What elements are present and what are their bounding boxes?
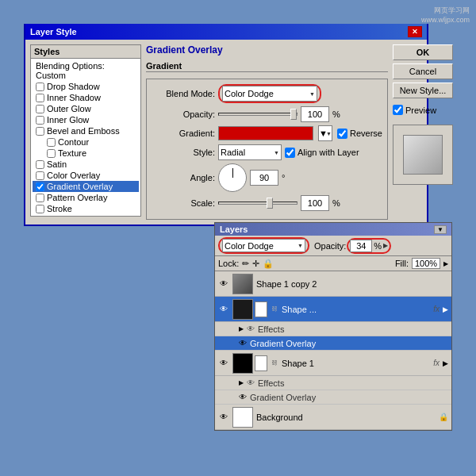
scale-slider[interactable] [218, 202, 298, 205]
ok-button[interactable]: OK [393, 44, 453, 60]
watermark: 网页学习网 www.wljpx.com [421, 6, 470, 25]
layers-blend-highlight: Color Dodge Normal Screen [218, 237, 309, 254]
contour-checkbox[interactable] [47, 138, 56, 147]
style-item-bevel-emboss[interactable]: Bevel and Emboss [33, 125, 139, 136]
layers-opacity-input[interactable] [350, 240, 372, 252]
style-item-blending-options[interactable]: Blending Options: Custom [33, 60, 139, 81]
sub-row-gradient-selected[interactable]: 👁 Gradient Overlay [215, 336, 451, 351]
opacity-row: Opacity: % [152, 106, 382, 122]
fx-icon-shape-selected: fx [433, 305, 440, 313]
layer-row-shape-selected[interactable]: 👁 ⛓ Shape ... fx ▶ [215, 297, 451, 322]
layer-mask-thumb-shape1 [255, 355, 267, 371]
sub-row-effects-shape1: ▶ 👁 Effects [215, 376, 451, 390]
layers-opacity-highlight: % ▶ [347, 238, 391, 254]
layer-row-shape1copy2[interactable]: 👁 Shape 1 copy 2 [215, 271, 451, 297]
style-item-inner-glow[interactable]: Inner Glow [33, 114, 139, 125]
layers-opacity-arrow[interactable]: ▶ [383, 242, 388, 249]
blend-mode-select[interactable]: Color Dodge Normal Screen Multiply [222, 86, 317, 102]
style-item-pattern-overlay[interactable]: Pattern Overlay [33, 192, 139, 203]
inner-shadow-checkbox[interactable] [36, 94, 44, 102]
layers-toolbar: Color Dodge Normal Screen Opacity: % ▶ [215, 236, 451, 256]
layers-blend-select-wrapper[interactable]: Color Dodge Normal Screen [222, 239, 305, 252]
scale-input[interactable] [301, 195, 329, 211]
layers-list: 👁 Shape 1 copy 2 👁 ⛓ Shape ... fx ▶ [215, 271, 451, 430]
fill-input[interactable] [412, 258, 440, 269]
effects-eye-icon-shape1[interactable]: 👁 [247, 378, 255, 387]
layer-row-background[interactable]: 👁 Background 🔒 [215, 405, 451, 430]
layer-options-icon-shape1[interactable]: ▶ [443, 359, 448, 367]
eye-icon-shape1[interactable]: 👁 [218, 358, 229, 369]
style-item-stroke[interactable]: Stroke [33, 203, 139, 214]
gradient-dropdown[interactable]: ▼ [318, 125, 332, 141]
stroke-checkbox[interactable] [36, 205, 44, 213]
lock-move-icon[interactable]: ✛ [252, 259, 259, 269]
layer-style-dialog: Layer Style ✕ Styles Blending Options: C… [24, 24, 428, 226]
opacity-input[interactable] [301, 106, 329, 122]
thumb-inner-background [233, 408, 252, 427]
eye-icon-shape1copy2[interactable]: 👁 [218, 278, 229, 290]
style-item-satin[interactable]: Satin [33, 159, 139, 170]
angle-indicator [232, 168, 233, 178]
styles-panel: Styles Blending Options: Custom Drop Sha… [30, 44, 141, 220]
preview-checkbox-label[interactable]: Preview [393, 105, 453, 115]
preview-checkbox[interactable] [393, 105, 403, 115]
eye-icon-background[interactable]: 👁 [218, 412, 229, 423]
effects-fold-arrow[interactable]: ▶ [239, 325, 244, 332]
inner-glow-checkbox[interactable] [36, 116, 44, 125]
gradient-dropdown-wrapper[interactable]: ▼ [318, 125, 334, 141]
layers-blend-select[interactable]: Color Dodge Normal Screen [222, 239, 305, 252]
style-item-color-overlay[interactable]: Color Overlay [33, 170, 139, 181]
gradient-overlay-eye-icon[interactable]: 👁 [239, 339, 247, 347]
lock-padlock-icon[interactable]: 🔒 [263, 259, 274, 269]
layers-opacity-unit: % [374, 241, 382, 251]
style-item-texture[interactable]: Texture [33, 148, 139, 159]
gradient-eye-icon-shape1[interactable]: 👁 [239, 393, 247, 401]
cancel-button[interactable]: Cancel [393, 63, 453, 79]
preview-inner [403, 135, 443, 175]
lock-pen-icon[interactable]: ✏ [242, 259, 249, 269]
gradient-preview[interactable] [218, 126, 313, 140]
color-overlay-checkbox[interactable] [36, 171, 44, 180]
fill-arrow[interactable]: ▶ [443, 260, 448, 267]
style-item-gradient-overlay[interactable]: Gradient Overlay [33, 181, 139, 192]
stroke-label: Stroke [47, 204, 72, 213]
blend-mode-row: Blend Mode: Color Dodge Normal Screen Mu… [152, 84, 382, 103]
sub-row-gradient-shape1[interactable]: 👁 Gradient Overlay [215, 390, 451, 405]
new-style-button[interactable]: New Style... [393, 83, 453, 98]
section-title: Gradient Overlay [146, 44, 388, 56]
effects-fold-arrow-shape1[interactable]: ▶ [239, 379, 244, 386]
angle-dial[interactable] [218, 163, 247, 192]
style-select[interactable]: Radial Linear Angle Reflected Diamond [218, 144, 282, 160]
eye-icon-shape-selected[interactable]: 👁 [218, 304, 229, 315]
layer-row-shape1[interactable]: 👁 ⛓ Shape 1 fx ▶ [215, 351, 451, 376]
style-item-inner-shadow[interactable]: Inner Shadow [33, 92, 139, 103]
styles-list: Blending Options: Custom Drop Shadow Inn… [30, 58, 141, 217]
outer-glow-checkbox[interactable] [36, 105, 44, 113]
reverse-checkbox[interactable] [337, 129, 347, 139]
reverse-label[interactable]: Reverse [337, 129, 382, 139]
pattern-overlay-checkbox[interactable] [36, 194, 44, 202]
angle-input[interactable] [250, 170, 278, 186]
angle-label: Angle: [152, 173, 215, 182]
gradient-eye-icon-selected[interactable]: 👁 [247, 324, 255, 333]
preview-box [393, 125, 453, 185]
scale-unit: % [332, 198, 340, 208]
style-item-outer-glow[interactable]: Outer Glow [33, 103, 139, 114]
satin-checkbox[interactable] [36, 160, 44, 169]
texture-checkbox[interactable] [47, 149, 56, 158]
gradient-overlay-checkbox[interactable] [36, 182, 44, 191]
style-item-contour[interactable]: Contour [33, 136, 139, 148]
blend-mode-select-wrapper[interactable]: Color Dodge Normal Screen Multiply [222, 86, 317, 102]
dialog-titlebar: Layer Style ✕ [25, 24, 427, 40]
style-item-drop-shadow[interactable]: Drop Shadow [33, 81, 139, 92]
align-layer-label[interactable]: Align with Layer [285, 148, 359, 158]
layer-options-icon[interactable]: ▶ [443, 305, 448, 313]
drop-shadow-checkbox[interactable] [36, 83, 44, 91]
bevel-emboss-checkbox[interactable] [36, 127, 44, 136]
style-select-wrapper[interactable]: Radial Linear Angle Reflected Diamond [218, 144, 282, 160]
layers-collapse-button[interactable]: ▼ [434, 225, 447, 234]
align-layer-checkbox[interactable] [285, 148, 295, 158]
layer-thumb-shape1 [232, 353, 253, 374]
dialog-close-button[interactable]: ✕ [408, 26, 422, 37]
opacity-slider[interactable] [218, 113, 298, 116]
